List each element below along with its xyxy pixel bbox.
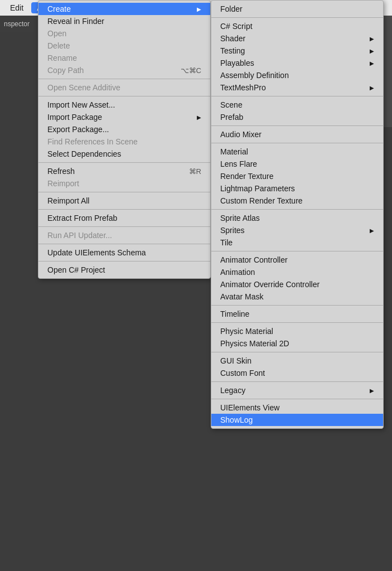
menu-item-label: Animation (220, 268, 255, 277)
left-menu-item-update-uielements-schema[interactable]: Update UIElements Schema (38, 246, 210, 259)
menu-item-shortcut: ⌥⌘C (181, 66, 201, 75)
menu-separator (211, 96, 383, 96)
menu-item-label: Reimport All (47, 196, 89, 205)
submenu-arrow-icon: ▶ (197, 114, 201, 120)
left-menu-item-delete: Delete (38, 40, 210, 52)
right-menu-item-folder[interactable]: Folder (211, 3, 383, 15)
menu-item-label: Select Dependencies (47, 149, 121, 158)
menu-item-label: Extract From Prefab (47, 214, 117, 222)
right-menu-item-animator-controller[interactable]: Animator Controller (211, 254, 383, 266)
menu-item-label: Import New Asset... (47, 100, 115, 109)
assets-dropdown: Create▶Reveal in FinderOpenDeleteRenameC… (38, 0, 211, 279)
right-menu-item-lightmap-parameters[interactable]: Lightmap Parameters (211, 182, 383, 195)
right-menu-item-scene[interactable]: Scene (211, 99, 383, 111)
menu-item-label: Timeline (220, 309, 249, 318)
menu-separator (211, 352, 383, 352)
menu-item-label: TextMeshPro (220, 83, 266, 92)
menu-item-label: Reveal in Finder (47, 17, 104, 26)
menu-separator (38, 96, 210, 96)
right-menu-item-shader[interactable]: Shader▶ (211, 32, 383, 45)
menu-separator (211, 322, 383, 323)
menu-item-label: Avatar Mask (220, 292, 264, 301)
submenu-arrow-icon: ▶ (197, 6, 201, 12)
menu-separator (211, 305, 383, 306)
right-menu-item-avatar-mask[interactable]: Avatar Mask (211, 291, 383, 303)
right-menu-item-gui-skin[interactable]: GUI Skin (211, 355, 383, 367)
right-menu-item-testing[interactable]: Testing▶ (211, 45, 383, 57)
menu-item-label: UIElements View (220, 403, 279, 412)
right-menu-item-custom-render-texture[interactable]: Custom Render Texture (211, 195, 383, 207)
right-menu-item-physics-material-2d[interactable]: Physics Material 2D (211, 337, 383, 350)
menu-item-label: Open (47, 29, 66, 38)
create-submenu: FolderC# ScriptShader▶Testing▶Playables▶… (211, 0, 384, 429)
menu-separator (211, 209, 383, 210)
left-menu-item-refresh[interactable]: Refresh⌘R (38, 165, 210, 177)
right-menu-item-render-texture[interactable]: Render Texture (211, 170, 383, 182)
left-menu-item-extract-from-prefab[interactable]: Extract From Prefab (38, 212, 210, 224)
menu-separator (211, 143, 383, 143)
menu-item-label: Export Package... (47, 125, 109, 134)
right-menu-item-uielements-view[interactable]: UIElements View (211, 401, 383, 414)
submenu-arrow-icon: ▶ (370, 228, 374, 234)
menu-item-label: Shader (220, 34, 245, 43)
menu-separator (211, 381, 383, 382)
right-menu-item-animation[interactable]: Animation (211, 266, 383, 278)
menu-item-label: Run API Updater... (47, 231, 112, 240)
menu-item-label: Copy Path (47, 66, 84, 75)
right-menu-item-tile[interactable]: Tile (211, 236, 383, 249)
left-menu-item-select-dependencies[interactable]: Select Dependencies (38, 148, 210, 160)
right-menu-item-physic-material[interactable]: Physic Material (211, 325, 383, 337)
right-menu-item-animator-override-controller[interactable]: Animator Override Controller (211, 278, 383, 291)
menu-separator (211, 125, 383, 126)
right-menu-item-playables[interactable]: Playables▶ (211, 57, 383, 69)
submenu-arrow-icon: ▶ (370, 48, 374, 54)
right-menu-item-c#-script[interactable]: C# Script (211, 20, 383, 32)
menu-item-label: Open C# Project (47, 265, 105, 274)
left-menu-item-rename: Rename (38, 52, 210, 64)
menu-item-label: Find References In Scene (47, 137, 138, 146)
menu-item-label: Update UIElements Schema (47, 248, 146, 257)
right-menu-item-textmeshpro[interactable]: TextMeshPro▶ (211, 81, 383, 94)
menu-separator (211, 17, 383, 18)
menu-item-label: Legacy (220, 386, 245, 395)
left-menu-item-reimport-all[interactable]: Reimport All (38, 195, 210, 207)
menu-item-shortcut: ⌘R (189, 167, 201, 176)
menu-item-label: Tile (220, 238, 233, 247)
menu-item-label: Folder (220, 4, 243, 13)
right-menu-item-assembly-definition[interactable]: Assembly Definition (211, 69, 383, 81)
left-menu-item-run-api-updater...: Run API Updater... (38, 229, 210, 241)
right-menu-item-sprite-atlas[interactable]: Sprite Atlas (211, 212, 383, 224)
menu-item-label: Refresh (47, 167, 75, 176)
menu-item-label: C# Script (220, 22, 253, 31)
left-menu-item-reveal-in-finder[interactable]: Reveal in Finder (38, 15, 210, 27)
right-menu-item-custom-font[interactable]: Custom Font (211, 367, 383, 379)
left-menu-item-create[interactable]: Create▶ (38, 3, 210, 15)
right-menu-item-prefab[interactable]: Prefab (211, 111, 383, 123)
left-menu-item-import-new-asset...[interactable]: Import New Asset... (38, 99, 210, 111)
left-menu-item-open-c#-project[interactable]: Open C# Project (38, 264, 210, 276)
menu-separator (211, 399, 383, 399)
menu-separator (211, 251, 383, 251)
menu-item-label: Physics Material 2D (220, 339, 289, 348)
menu-bar-item-edit[interactable]: Edit (4, 2, 29, 13)
menu-item-label: Playables (220, 59, 254, 67)
right-menu-item-timeline[interactable]: Timeline (211, 308, 383, 320)
right-menu-item-showlog[interactable]: ShowLog (211, 414, 383, 426)
menu-item-label: Open Scene Additive (47, 83, 120, 92)
menu-separator (38, 226, 210, 227)
menu-item-label: Custom Font (220, 369, 265, 378)
left-menu-item-export-package...[interactable]: Export Package... (38, 123, 210, 136)
inspector-label-text: nspector (4, 20, 30, 28)
menu-item-label: Physic Material (220, 327, 273, 336)
menu-item-label: Material (220, 147, 248, 156)
right-menu-item-legacy[interactable]: Legacy▶ (211, 384, 383, 396)
right-menu-item-material[interactable]: Material (211, 146, 383, 158)
menu-item-label: Scene (220, 100, 243, 109)
right-menu-item-audio-mixer[interactable]: Audio Mixer (211, 128, 383, 141)
left-menu-item-import-package[interactable]: Import Package▶ (38, 111, 210, 123)
menu-item-label: GUI Skin (220, 356, 251, 365)
right-menu-item-sprites[interactable]: Sprites▶ (211, 224, 383, 236)
left-menu-item-open-scene-additive: Open Scene Additive (38, 81, 210, 94)
right-menu-item-lens-flare[interactable]: Lens Flare (211, 158, 383, 170)
menu-item-label: Prefab (220, 113, 243, 122)
